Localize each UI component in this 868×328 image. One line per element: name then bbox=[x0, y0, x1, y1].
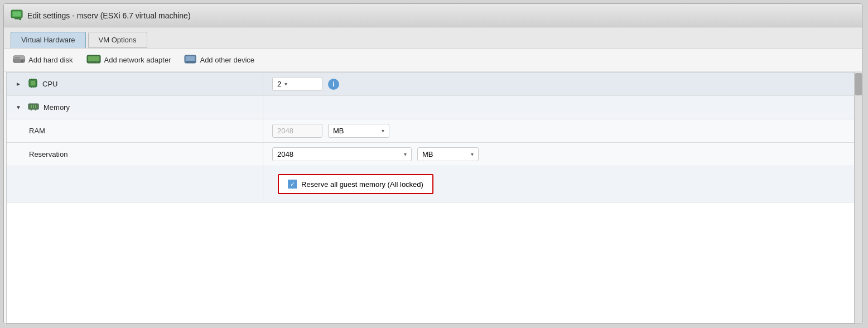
svg-rect-25 bbox=[31, 79, 32, 80]
svg-rect-3 bbox=[15, 18, 19, 20]
reservation-unit-arrow: ▾ bbox=[471, 151, 474, 157]
add-network-adapter-button[interactable]: Add network adapter bbox=[86, 54, 171, 66]
svg-rect-24 bbox=[36, 84, 37, 85]
reserve-all-memory-row: ✓ Reserve all guest memory (All locked) bbox=[7, 166, 859, 202]
ram-label: RAM bbox=[29, 127, 45, 135]
svg-rect-20 bbox=[31, 81, 35, 85]
svg-point-5 bbox=[20, 18, 21, 20]
cpu-label: CPU bbox=[42, 80, 57, 88]
vm-icon bbox=[11, 8, 23, 22]
svg-rect-22 bbox=[28, 84, 30, 85]
tab-vm-options[interactable]: VM Options bbox=[88, 32, 147, 48]
cpu-expand-arrow[interactable]: ► bbox=[16, 81, 23, 87]
reservation-unit-label: MB bbox=[422, 150, 467, 158]
svg-rect-34 bbox=[36, 105, 37, 108]
svg-rect-36 bbox=[35, 109, 36, 110]
svg-rect-27 bbox=[31, 86, 32, 88]
svg-rect-21 bbox=[28, 81, 30, 83]
reservation-label: Reservation bbox=[29, 150, 67, 158]
cpu-dropdown-arrow: ▾ bbox=[284, 81, 287, 87]
svg-rect-17 bbox=[186, 56, 195, 61]
cpu-row: ► bbox=[7, 73, 859, 96]
hard-disk-icon bbox=[13, 54, 25, 66]
svg-rect-33 bbox=[34, 105, 35, 108]
add-hard-disk-button[interactable]: Add hard disk bbox=[13, 54, 73, 66]
reservation-row: Reservation 2048 ▾ MB ▾ bbox=[7, 143, 859, 166]
reserve-all-memory-checkbox[interactable]: ✓ bbox=[288, 180, 297, 189]
svg-rect-32 bbox=[32, 105, 33, 108]
svg-rect-35 bbox=[31, 109, 32, 110]
svg-rect-26 bbox=[33, 79, 35, 80]
svg-point-9 bbox=[22, 60, 23, 61]
reservation-unit-select[interactable]: MB ▾ bbox=[417, 147, 479, 161]
svg-rect-12 bbox=[88, 56, 99, 61]
ram-value-input[interactable]: 2048 bbox=[272, 124, 322, 138]
reserve-all-memory-label: Reserve all guest memory (All locked) bbox=[301, 180, 423, 189]
svg-rect-30 bbox=[30, 105, 37, 108]
svg-rect-14 bbox=[93, 61, 94, 63]
ram-unit-label: MB bbox=[333, 127, 378, 135]
svg-rect-1 bbox=[12, 11, 21, 17]
network-adapter-icon bbox=[86, 54, 101, 66]
svg-rect-10 bbox=[15, 57, 20, 59]
svg-rect-23 bbox=[36, 81, 37, 83]
ram-unit-arrow: ▾ bbox=[382, 128, 384, 134]
svg-rect-13 bbox=[89, 61, 91, 63]
svg-rect-18 bbox=[186, 61, 195, 62]
svg-rect-28 bbox=[33, 86, 35, 88]
memory-icon bbox=[28, 102, 39, 113]
svg-rect-15 bbox=[96, 61, 98, 63]
other-device-icon bbox=[184, 54, 196, 66]
scrollbar-thumb[interactable] bbox=[855, 73, 862, 95]
cpu-value: 2 bbox=[277, 80, 281, 88]
reservation-value-select[interactable]: 2048 ▾ bbox=[272, 147, 412, 161]
reservation-value: 2048 bbox=[277, 150, 401, 158]
memory-label: Memory bbox=[44, 103, 70, 112]
memory-row: ▼ bbox=[7, 96, 859, 119]
memory-expand-arrow[interactable]: ▼ bbox=[16, 104, 23, 110]
cpu-icon bbox=[28, 78, 38, 90]
tab-virtual-hardware[interactable]: Virtual Hardware bbox=[11, 32, 86, 48]
ram-row: RAM 2048 MB ▾ bbox=[7, 119, 859, 143]
add-other-device-button[interactable]: Add other device bbox=[184, 54, 254, 66]
reservation-value-arrow: ▾ bbox=[404, 151, 407, 157]
window-title: Edit settings - mserv (ESXi 6.7 virtual … bbox=[27, 11, 191, 20]
scrollbar-track[interactable] bbox=[854, 72, 862, 324]
svg-rect-31 bbox=[30, 105, 31, 108]
cpu-info-icon[interactable]: i bbox=[328, 79, 339, 90]
cpu-count-select[interactable]: 2 ▾ bbox=[272, 77, 322, 91]
ram-unit-select[interactable]: MB ▾ bbox=[328, 124, 389, 138]
reserve-all-memory-checkbox-container: ✓ Reserve all guest memory (All locked) bbox=[278, 174, 433, 194]
